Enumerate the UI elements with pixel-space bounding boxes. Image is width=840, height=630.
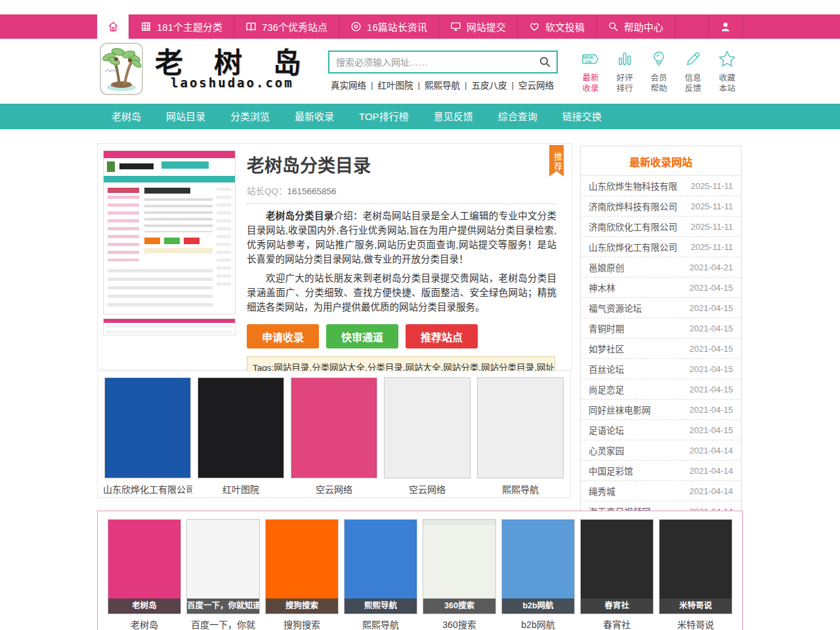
nav-item-6[interactable]: 综合查询 [488,104,548,129]
site-thumbnail[interactable]: 米特哥说 [659,519,732,614]
nav-item-7[interactable]: 链接交换 [552,104,612,129]
latest-site-row[interactable]: 邕娘原创2021-04-21 [581,257,741,278]
search-input[interactable] [329,57,533,68]
site-thumbnail[interactable] [477,377,564,478]
site-name[interactable]: 百度一下，你就 [191,618,255,630]
topbar-item-submit[interactable]: 网站提交 [438,14,517,39]
bottom-card-6: 春宵社春宵社 [580,519,654,630]
content: 推荐 老树岛分类目录 站长QQ：1615665856 老树岛分类目录介绍：老树岛… [97,143,743,630]
site-name: 福气资源论坛 [589,301,642,314]
site-thumbnail[interactable]: 春宵社 [580,519,654,614]
latest-site-row[interactable]: 心灵家园2021-04-14 [581,440,741,461]
latest-site-row[interactable]: 山东欣烨生物科技有限2025-11-11 [581,176,741,196]
site-name[interactable]: 360搜索 [442,618,476,630]
topbar-item-spacer [675,14,708,39]
latest-site-row[interactable]: 福气资源论坛2021-04-15 [581,298,741,318]
shortcut-3[interactable]: 信息反馈 [677,49,709,94]
monitor-icon [450,21,461,32]
topbar-item-label: 软文投稿 [545,20,585,33]
shortcut-label: 收藏本站 [716,73,738,94]
site-date: 2021-04-14 [690,446,734,455]
nav-item-4[interactable]: TOP排行榜 [348,104,419,129]
fast-review-button[interactable]: 快审通道 [326,324,398,348]
site-name[interactable]: b2b网航 [521,618,555,630]
site-thumbnail[interactable] [198,377,284,478]
apply-button[interactable]: 申请收录 [247,324,319,348]
site-date: 2025-11-11 [690,242,733,252]
latest-sites-panel: 最新收录网站 山东欣烨生物科技有限2025-11-11济南欣烨科技有限公司202… [580,146,742,542]
quick-link-2[interactable]: 熙熙导航 [425,78,460,91]
site-name[interactable]: 搜狗搜索 [284,618,320,630]
search-icon[interactable] [533,52,556,72]
topbar-item-categories[interactable]: 181个主题分类 [129,14,234,39]
latest-site-row[interactable]: 神木林2021-04-15 [581,278,741,298]
quick-link-0[interactable]: 真实网络 [331,78,366,91]
site-name[interactable]: 红叶图院 [222,482,259,495]
latest-site-row[interactable]: 同好丝袜电影网2021-04-15 [581,400,741,420]
nav-item-1[interactable]: 网站目录 [156,104,216,129]
site-name[interactable]: 熙熙导航 [362,618,399,630]
topbar-item-user[interactable] [708,14,743,39]
site-name[interactable]: 春宵社 [603,618,631,630]
site-thumbnail[interactable]: 熙熙导航 [344,519,417,614]
site-preview-thumbnail[interactable] [103,150,236,314]
latest-site-row[interactable]: 如梦社区2021-04-15 [581,339,741,359]
site-overlay-label: 熙熙导航 [345,598,417,614]
shortcut-0[interactable]: NEW100最新收录 [575,49,606,94]
topbar-item-help[interactable]: 帮助中心 [596,14,675,39]
shortcut-label: 好评排行 [614,73,636,94]
site-name[interactable]: 空云网络 [409,482,446,495]
quick-link-1[interactable]: 红叶图院 [378,78,413,91]
latest-site-row[interactable]: 尚足恋足2021-04-15 [581,379,741,400]
shortcut-4[interactable]: 收藏本站 [711,49,743,94]
site-name[interactable]: 米特哥说 [677,618,714,630]
topbar-item-sites[interactable]: 736个优秀站点 [234,14,339,39]
nav-item-3[interactable]: 最新收录 [284,104,345,129]
site-thumbnail[interactable]: 360搜索 [423,519,496,614]
latest-site-row[interactable]: 济南欣烨科技有限公司2025-11-11 [581,196,741,217]
site-name[interactable]: 熙熙导航 [502,482,539,495]
intro-text: 老树岛分类目录 站长QQ：1615665856 老树岛分类目录介绍：老树岛网站目… [247,149,556,377]
site-date: 2021-04-15 [690,425,734,435]
site-thumbnail[interactable]: 搜狗搜索 [265,519,339,614]
site-thumbnail[interactable]: 老树岛 [108,519,181,614]
nav-item-2[interactable]: 分类浏览 [220,104,280,129]
site-thumbnail[interactable]: b2b网航 [501,519,575,614]
shortcut-label: 最新收录 [579,73,602,94]
topbar-item-home[interactable] [97,14,129,39]
site-name[interactable]: 空云网络 [316,482,352,495]
featured-sites: 山东欣烨化工有限公司红叶图院空云网络空云网络熙熙导航 [97,371,571,498]
nav-item-0[interactable]: 老树岛 [101,104,152,129]
topbar-item-articles[interactable]: 软文投稿 [517,14,596,39]
site-overlay-label: 360搜索 [423,598,495,614]
site-name: 百丝论坛 [589,362,624,375]
topbar-item-label: 16篇站长资讯 [367,20,427,33]
topbar-item-news[interactable]: 16篇站长资讯 [339,14,438,39]
latest-site-row[interactable]: 山东欣烨化工有限公司2025-11-11 [581,237,741,257]
svg-text:NEW: NEW [583,55,594,60]
latest-site-row[interactable]: 中国足彩馆2021-04-14 [581,461,741,481]
site-thumbnail[interactable]: 百度一下，你就知道 [186,519,260,614]
shortcut-2[interactable]: 会员帮助 [643,49,675,94]
site-thumbnail[interactable] [291,377,377,478]
site-thumbnail[interactable] [384,377,471,478]
star-icon [717,49,737,69]
latest-site-row[interactable]: 绳秀城2021-04-14 [581,481,741,501]
quick-link-3[interactable]: 五皮八皮 [472,78,507,91]
site-thumbnail[interactable] [104,377,191,478]
latest-site-row[interactable]: 青铜时期2021-04-15 [581,318,741,339]
grid-icon [140,21,152,32]
logo-title[interactable]: 老树岛 [155,40,332,81]
quick-link-4[interactable]: 空云网络 [518,78,554,91]
shortcut-1[interactable]: 好评排行 [609,49,640,94]
nav-item-5[interactable]: 意见反馈 [423,104,484,129]
site-name[interactable]: 山东欣烨化工有限公司 [103,482,192,495]
latest-site-row[interactable]: 足语论坛2021-04-15 [581,420,741,440]
latest-site-row[interactable]: 百丝论坛2021-04-15 [581,359,741,379]
recommend-button[interactable]: 推荐站点 [406,324,478,348]
site-logo[interactable] [100,43,143,95]
svg-text:100: 100 [585,60,592,64]
site-name[interactable]: 老树岛 [131,618,158,630]
intro-paragraph-lead: 老树岛分类目录 [266,211,333,221]
latest-site-row[interactable]: 济南欣欣化工有限公司2025-11-11 [581,217,741,237]
